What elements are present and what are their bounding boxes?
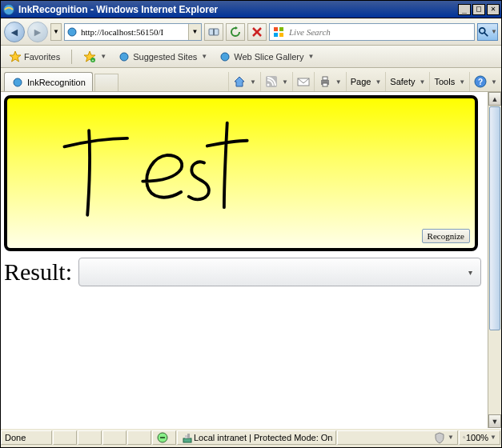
zoom-control[interactable]: 100% ▼ bbox=[459, 430, 500, 445]
popup-blocker-icon bbox=[156, 431, 169, 444]
home-icon bbox=[233, 75, 246, 88]
scroll-thumb[interactable] bbox=[489, 106, 500, 330]
status-zone-label: Local intranet | Protected Mode: On bbox=[194, 433, 332, 442]
mail-button[interactable] bbox=[292, 72, 314, 91]
svg-rect-9 bbox=[279, 33, 283, 37]
live-search-icon bbox=[270, 24, 287, 40]
svg-point-15 bbox=[221, 53, 229, 61]
handwriting-ink bbox=[7, 98, 475, 248]
zone-icon bbox=[181, 431, 194, 444]
title-bar: InkRecognition - Windows Internet Explor… bbox=[1, 1, 501, 18]
svg-point-18 bbox=[267, 84, 269, 86]
favorites-button[interactable]: Favorites bbox=[6, 49, 63, 65]
ie-page-icon bbox=[65, 24, 79, 40]
print-icon bbox=[319, 75, 331, 88]
svg-point-16 bbox=[14, 78, 22, 86]
web-slice-button[interactable]: Web Slice Gallery ▼ bbox=[215, 49, 317, 65]
svg-rect-29 bbox=[187, 434, 190, 438]
result-label: Result: bbox=[4, 258, 72, 286]
scroll-track[interactable] bbox=[488, 331, 501, 414]
svg-rect-28 bbox=[185, 435, 187, 438]
svg-rect-21 bbox=[323, 77, 327, 80]
favorites-bar: Favorites + ▼ Suggested Sites ▼ Web Slic… bbox=[1, 46, 501, 68]
status-cell bbox=[78, 430, 102, 445]
status-spacer: ▼ bbox=[337, 430, 458, 445]
status-cell bbox=[102, 430, 127, 445]
svg-text:?: ? bbox=[478, 78, 483, 86]
page-body: Recognize Result: ▾ bbox=[1, 92, 488, 428]
address-input[interactable] bbox=[79, 24, 188, 40]
refresh-icon bbox=[229, 26, 242, 38]
scroll-up-button[interactable]: ▲ bbox=[488, 92, 501, 106]
suggested-sites-label: Suggested Sites bbox=[133, 52, 197, 62]
tools-menu-label: Tools bbox=[434, 77, 455, 86]
svg-rect-3 bbox=[213, 29, 215, 35]
result-dropdown[interactable]: ▾ bbox=[78, 258, 481, 286]
address-dropdown[interactable]: ▼ bbox=[188, 24, 201, 40]
home-button[interactable]: ▼ bbox=[228, 72, 260, 91]
new-tab-button[interactable] bbox=[94, 74, 118, 91]
add-favorite-button[interactable]: + ▼ bbox=[80, 49, 110, 65]
command-bar: InkRecognition ▼ ▼ ▼ Page▼ Safety▼ Tools… bbox=[1, 68, 501, 92]
status-cell bbox=[53, 430, 77, 445]
result-row: Result: ▾ bbox=[4, 258, 488, 286]
compat-icon bbox=[207, 26, 220, 38]
favorites-label: Favorites bbox=[24, 52, 60, 62]
chevron-down-icon: ▾ bbox=[468, 268, 472, 277]
ie-icon bbox=[2, 3, 15, 16]
svg-rect-27 bbox=[183, 438, 191, 442]
safety-menu[interactable]: Safety▼ bbox=[385, 72, 429, 91]
tab-active[interactable]: InkRecognition bbox=[4, 72, 93, 91]
maximize-button[interactable]: □ bbox=[472, 4, 485, 15]
separator bbox=[71, 50, 72, 64]
svg-point-14 bbox=[120, 53, 128, 61]
star-icon bbox=[9, 50, 22, 63]
recognize-button[interactable]: Recognize bbox=[422, 229, 470, 243]
stop-icon bbox=[251, 26, 263, 38]
stop-button[interactable] bbox=[247, 23, 267, 41]
search-input[interactable] bbox=[287, 24, 474, 40]
minimize-button[interactable]: _ bbox=[458, 4, 471, 15]
back-button[interactable]: ◄ bbox=[4, 22, 25, 42]
print-button[interactable]: ▼ bbox=[314, 72, 346, 91]
svg-rect-7 bbox=[279, 27, 283, 31]
ie-small-icon bbox=[118, 50, 131, 63]
page-menu[interactable]: Page▼ bbox=[346, 72, 386, 91]
status-done: Done bbox=[1, 430, 52, 445]
status-bar: Done Local intranet | Protected Mode: On… bbox=[1, 428, 501, 446]
zoom-value: 100% bbox=[466, 433, 488, 442]
search-button[interactable]: ▼ bbox=[477, 23, 498, 41]
ink-canvas[interactable]: Recognize bbox=[4, 95, 478, 251]
magnifier-icon bbox=[478, 26, 489, 38]
window-title: InkRecognition - Windows Internet Explor… bbox=[18, 4, 456, 15]
svg-line-11 bbox=[484, 32, 488, 35]
status-popup[interactable] bbox=[152, 430, 176, 445]
feeds-button[interactable]: ▼ bbox=[260, 72, 292, 91]
status-zone[interactable]: Local intranet | Protected Mode: On bbox=[177, 430, 336, 445]
help-button[interactable]: ? ▼ bbox=[469, 72, 501, 91]
tools-menu[interactable]: Tools▼ bbox=[429, 72, 469, 91]
svg-rect-6 bbox=[274, 27, 278, 31]
close-button[interactable]: ✕ bbox=[487, 4, 500, 15]
scroll-down-button[interactable]: ▼ bbox=[488, 414, 501, 428]
help-icon: ? bbox=[474, 75, 487, 88]
compat-button[interactable] bbox=[204, 23, 223, 41]
vertical-scrollbar[interactable]: ▲ ▼ bbox=[488, 92, 501, 428]
address-bar[interactable]: ▼ bbox=[64, 23, 202, 41]
forward-button[interactable]: ► bbox=[27, 22, 48, 42]
svg-point-1 bbox=[68, 28, 76, 36]
refresh-button[interactable] bbox=[226, 23, 245, 41]
svg-point-10 bbox=[480, 27, 485, 33]
page-menu-label: Page bbox=[351, 77, 371, 86]
search-box[interactable] bbox=[269, 23, 475, 41]
ie-small-icon bbox=[219, 50, 231, 63]
content-area: Recognize Result: ▾ ▲ ▼ bbox=[1, 92, 501, 428]
svg-rect-8 bbox=[274, 33, 278, 37]
feeds-icon bbox=[265, 75, 278, 88]
svg-rect-22 bbox=[323, 83, 327, 86]
svg-point-30 bbox=[463, 436, 464, 438]
history-dropdown[interactable]: ▼ bbox=[50, 23, 62, 41]
safety-menu-label: Safety bbox=[390, 77, 415, 86]
tab-title: InkRecognition bbox=[27, 78, 86, 87]
suggested-sites-button[interactable]: Suggested Sites ▼ bbox=[114, 49, 211, 65]
